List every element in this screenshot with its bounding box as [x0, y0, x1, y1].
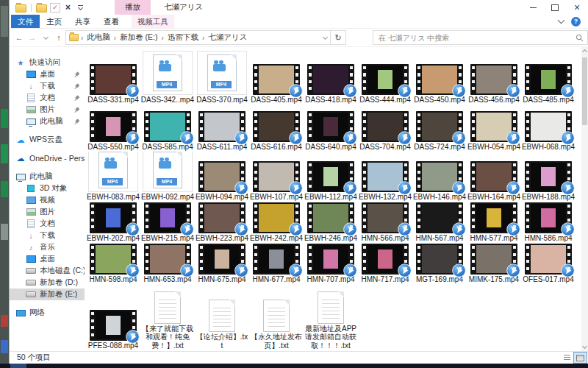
file-item[interactable]: DASS-611.mp4 — [195, 105, 249, 152]
search-icon[interactable] — [576, 34, 584, 42]
file-item[interactable]: DASS-616.mp4 — [249, 105, 304, 152]
file-item[interactable]: MP4 DASS-342..mp4 — [140, 49, 195, 105]
collapse-ribbon-icon[interactable] — [558, 17, 565, 24]
forward-icon[interactable] — [26, 31, 39, 44]
file-item[interactable]: HMN-598.mp4 — [86, 243, 140, 284]
tab-video-tools[interactable]: 视频工具 — [132, 15, 174, 28]
file-item[interactable]: EBWH-068.mp4 — [521, 105, 576, 152]
breadcrumb-item[interactable]: 七瀬アリス — [207, 32, 248, 43]
folder-icon[interactable] — [15, 4, 26, 13]
address-box[interactable]: ›此电脑›新加卷 (E:)›迅雷下载›七瀬アリス — [65, 30, 331, 45]
check-icon[interactable] — [50, 3, 60, 13]
file-item[interactable]: MGT-169.mp4 — [412, 243, 467, 284]
search-box[interactable] — [373, 30, 588, 45]
minimize-button[interactable] — [522, 0, 544, 15]
file-item[interactable]: 【来了就能下载和观看！纯免费！】.txt — [140, 284, 195, 350]
folder-icon[interactable] — [36, 4, 47, 13]
file-item[interactable]: EBWH-054.mp4 — [467, 105, 521, 152]
breadcrumb-item[interactable]: 迅雷下载 — [166, 32, 200, 43]
file-item[interactable]: EBWH-223.mp4 — [195, 202, 249, 243]
close-button[interactable] — [566, 0, 588, 15]
sidebar-item-图片[interactable]: 图片 — [10, 206, 85, 218]
file-item[interactable]: MIMK-175.mp4 — [467, 243, 521, 284]
file-item[interactable]: DASS-550.mp4 — [86, 105, 140, 152]
sidebar-item-WPS云盘[interactable]: WPS云盘 — [10, 134, 85, 146]
sidebar-item-网络[interactable]: 网络 — [10, 307, 85, 319]
file-item[interactable]: EBWH-202.mp4 — [86, 202, 140, 243]
file-item[interactable]: MP4 EBWH-092.mp4 — [140, 152, 195, 202]
file-item[interactable]: DASS-418.mp4 — [304, 49, 358, 105]
thumbnails-view-icon[interactable] — [573, 352, 587, 364]
sidebar-item-文档[interactable]: 文档 — [10, 92, 85, 104]
sidebar-item-视频[interactable]: 视频 — [10, 194, 85, 206]
refresh-icon[interactable] — [331, 30, 346, 45]
tab-文件[interactable]: 文件 — [11, 15, 40, 28]
sidebar-item-此电脑[interactable]: 此电脑 — [10, 171, 85, 183]
sidebar-item-快速访问[interactable]: 快速访问 — [10, 57, 85, 68]
up-icon[interactable] — [52, 31, 65, 44]
file-item[interactable]: DASS-640.mp4 — [304, 105, 358, 152]
maximize-button[interactable] — [544, 0, 566, 15]
file-item[interactable]: DASS-704.mp4 — [358, 105, 412, 152]
sidebar-item-此电脑[interactable]: 此电脑 — [10, 116, 85, 127]
search-input[interactable] — [377, 33, 576, 43]
sidebar-item-桌面[interactable]: 桌面 — [10, 68, 85, 80]
file-item[interactable]: 最新地址及APP请发邮箱自动获取！！！.txt — [304, 284, 358, 350]
file-item[interactable]: DASS-450.mp4 — [412, 49, 467, 105]
tab-主页[interactable]: 主页 — [40, 15, 68, 28]
sidebar-item-桌面[interactable]: 桌面 — [10, 253, 85, 265]
sidebar-item-本地磁盘 (C:)[interactable]: 本地磁盘 (C:) — [10, 265, 85, 277]
scroll-thumb[interactable] — [582, 57, 587, 125]
file-item[interactable]: EBWH-246.mp4 — [304, 202, 358, 243]
sidebar-item-下载[interactable]: 下载 — [10, 80, 85, 92]
details-view-icon[interactable] — [561, 352, 573, 362]
file-item[interactable]: 【论坛介绍】.txt — [195, 284, 249, 350]
file-item[interactable]: DASS-585.mp4 — [140, 105, 195, 152]
file-item[interactable]: HMN-677.mp4 — [249, 243, 304, 284]
file-item[interactable]: HMN-577.mp4 — [467, 202, 521, 243]
sidebar-item-文档[interactable]: 文档 — [10, 218, 85, 230]
file-item[interactable]: DASS-331.mp4 — [86, 49, 140, 105]
customize-icon[interactable] — [76, 3, 85, 13]
sidebar-item-3D 对象[interactable]: 3D 对象 — [10, 183, 85, 194]
file-item[interactable]: HMN-675.mp4 — [195, 243, 249, 284]
address-dropdown-icon[interactable] — [323, 34, 328, 39]
file-item[interactable]: PFES-088.mp4 — [86, 284, 140, 350]
breadcrumb-item[interactable]: 新加卷 (E:) — [118, 32, 159, 43]
tab-共享[interactable]: 共享 — [68, 15, 97, 28]
sidebar-item-下载[interactable]: 下载 — [10, 230, 85, 241]
sidebar-item-新加卷 (D:)[interactable]: 新加卷 (D:) — [10, 277, 85, 289]
scroll-up-icon[interactable] — [582, 49, 587, 54]
sidebar-item-音乐[interactable]: 音乐 — [10, 241, 85, 253]
file-item[interactable]: HMN-653.mp4 — [140, 243, 195, 284]
scrollbar[interactable] — [581, 47, 588, 351]
file-item[interactable]: HMN-717.mp4 — [358, 243, 412, 284]
file-item[interactable]: EBWH-188.mp4 — [521, 152, 576, 202]
sidebar-item-图片[interactable]: 图片 — [10, 104, 85, 116]
sidebar-item-新加卷 (E:)[interactable]: 新加卷 (E:) — [10, 289, 85, 300]
file-item[interactable]: HMN-707.mp4 — [304, 243, 358, 284]
file-item[interactable]: DASS-444.mp4 — [358, 49, 412, 105]
file-item[interactable]: EBWH-146.mp4 — [412, 152, 467, 202]
file-item[interactable]: HMN-567.mp4 — [412, 202, 467, 243]
file-item[interactable]: HMN-586.mp4 — [521, 202, 576, 243]
help-icon[interactable] — [571, 17, 581, 26]
recent-chevron-icon[interactable] — [39, 31, 52, 44]
sidebar-item-OneDrive - Persona[interactable]: OneDrive - Persona — [10, 152, 85, 164]
file-item[interactable]: EBWH-164.mp4 — [467, 152, 521, 202]
tab-查看[interactable]: 查看 — [97, 15, 126, 28]
contextual-tab-group[interactable]: 播放 — [115, 0, 151, 15]
file-item[interactable]: EBWH-112.mp4 — [304, 152, 358, 202]
breadcrumb-item[interactable]: 此电脑 — [85, 32, 112, 43]
file-item[interactable]: DASS-456.mp4 — [467, 49, 521, 105]
file-item[interactable]: EBWH-215.mp4 — [140, 202, 195, 243]
file-item[interactable]: MP4 DASS-370.mp4 — [195, 49, 249, 105]
file-item[interactable]: DASS-724.mp4 — [412, 105, 467, 152]
file-item[interactable]: EBWH-094.mp4 — [195, 152, 249, 202]
file-item[interactable]: EBWH-132.mp4 — [358, 152, 412, 202]
file-item[interactable]: 【永久地址发布页】.txt — [249, 284, 304, 350]
back-icon[interactable] — [12, 31, 26, 44]
close-icon[interactable] — [63, 3, 73, 13]
file-item[interactable]: OFES-017.mp4 — [521, 243, 576, 284]
file-item[interactable]: DASS-485.mp4 — [521, 49, 576, 105]
